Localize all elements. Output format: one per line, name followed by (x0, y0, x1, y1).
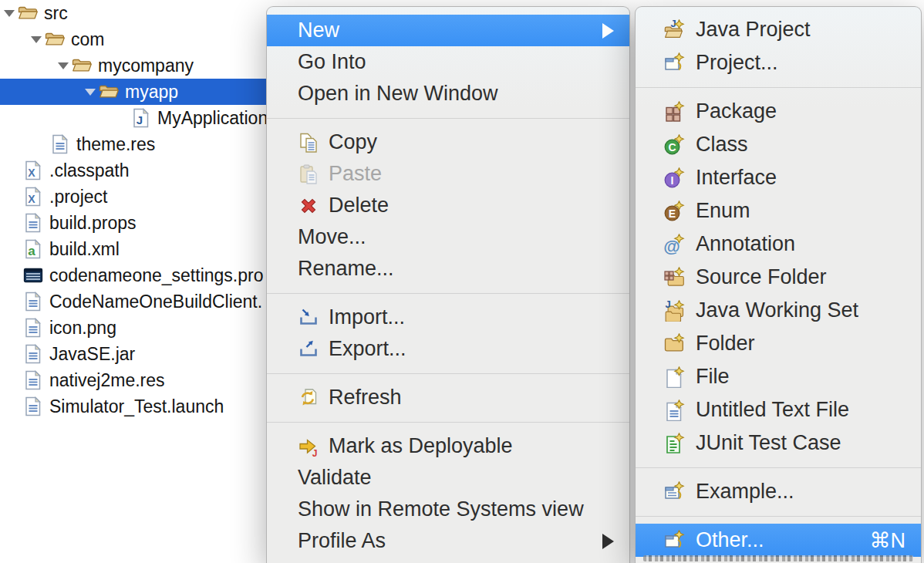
clipped-menu-content (643, 555, 913, 561)
svg-text:J: J (137, 113, 143, 126)
menu-separator (267, 285, 629, 302)
tree-item-label: .project (49, 187, 107, 207)
svg-text:a: a (28, 244, 35, 258)
new-java-working-set-icon: J (663, 300, 685, 322)
new-source-folder-icon (663, 267, 685, 288)
menu-item-label: Folder (696, 332, 755, 356)
menu-item-annotation[interactable]: @Annotation (636, 228, 921, 261)
tree-item-classpath[interactable]: X.classpath (0, 157, 266, 184)
paste-icon (298, 164, 319, 185)
tree-item-codenameone-settings-pro[interactable]: codenameone_settings.pro (0, 262, 266, 288)
mark-deployable-icon: J (298, 436, 319, 457)
tree-item-src[interactable]: src (0, 0, 266, 26)
new-junit-test-icon (663, 433, 685, 454)
menu-separator (267, 110, 629, 126)
java-file-icon: J (130, 107, 152, 129)
menu-item-label: Delete (329, 194, 389, 217)
export-icon (298, 339, 319, 360)
menu-item-delete[interactable]: Delete (267, 190, 629, 221)
menu-item-refresh[interactable]: Refresh (267, 382, 629, 413)
menu-item-junit-test-case[interactable]: JUnit Test Case (636, 426, 921, 460)
tree-item-build-props[interactable]: build.props (0, 210, 266, 236)
menu-item-project[interactable]: Project... (636, 46, 921, 79)
tree-item-label: Simulator_Test.launch (49, 396, 224, 417)
tree-item-nativej2me-res[interactable]: nativej2me.res (0, 367, 266, 393)
menu-item-export[interactable]: Export... (267, 333, 629, 365)
menu-item-class[interactable]: CClass (636, 128, 921, 161)
tree-item-com[interactable]: com (0, 26, 266, 52)
disclosure-triangle-icon[interactable] (29, 36, 44, 43)
menu-item-mark-as-deployable[interactable]: JMark as Deployable (267, 430, 629, 462)
menu-item-validate[interactable]: Validate (267, 462, 629, 494)
text-file-icon (22, 369, 44, 391)
tree-item-build-xml[interactable]: abuild.xml (0, 236, 266, 262)
menu-item-example[interactable]: Example... (636, 475, 921, 508)
new-class-icon: C (663, 134, 685, 156)
svg-text:I: I (671, 174, 674, 186)
tree-item-codenameonebuildclient[interactable]: CodeNameOneBuildClient. (0, 288, 266, 315)
svg-text:X: X (28, 193, 35, 205)
menu-item-label: Other... (696, 528, 764, 552)
menu-item-label: Untitled Text File (696, 398, 849, 422)
tree-item-label: JavaSE.jar (49, 344, 135, 365)
menu-item-package[interactable]: Package (636, 95, 921, 128)
folder-open-icon (44, 29, 66, 50)
menu-item-source-folder[interactable]: Source Folder (636, 261, 921, 294)
menu-item-debug-as[interactable]: Debug As (267, 557, 629, 563)
text-file-icon (22, 396, 44, 417)
ant-file-icon: a (22, 238, 44, 260)
tree-item-label: theme.res (76, 134, 155, 155)
menu-item-rename[interactable]: Rename... (267, 253, 629, 285)
menu-item-label: Refresh (329, 386, 402, 410)
menu-item-label: Source Folder (696, 265, 827, 289)
menu-item-java-working-set[interactable]: JJava Working Set (636, 294, 921, 327)
menu-item-interface[interactable]: IInterface (636, 161, 921, 194)
menu-item-go-into[interactable]: Go Into (267, 46, 629, 78)
menu-item-label: Project... (696, 51, 778, 75)
new-java-project-icon: J (663, 19, 685, 41)
copy-icon (298, 132, 319, 153)
text-file-icon (22, 343, 44, 365)
svg-text:J: J (665, 300, 670, 310)
new-package-icon (663, 101, 685, 123)
menu-item-file[interactable]: File (636, 360, 921, 393)
menu-item-enum[interactable]: EEnum (636, 194, 921, 228)
folder-open-icon (98, 81, 120, 103)
menu-separator (636, 79, 921, 95)
menu-item-other[interactable]: Other...⌘N (636, 524, 921, 557)
menu-separator (636, 508, 921, 524)
menu-item-paste: Paste (267, 158, 629, 190)
tree-item-javase-jar[interactable]: JavaSE.jar (0, 341, 266, 367)
tree-item-simulator-test-launch[interactable]: Simulator_Test.launch (0, 393, 266, 420)
tree-item-myapplication[interactable]: JMyApplication. (0, 105, 266, 131)
menu-item-label: Profile As (298, 529, 386, 553)
menu-item-profile-as[interactable]: Profile As (267, 525, 629, 557)
menu-item-untitled-text-file[interactable]: Untitled Text File (636, 393, 921, 426)
tree-item-label: codenameone_settings.pro (49, 265, 263, 286)
menu-item-label: Java Project (696, 18, 811, 42)
menu-item-show-in-remote-systems-view[interactable]: Show in Remote Systems view (267, 494, 629, 525)
menu-item-label: JUnit Test Case (696, 431, 841, 455)
tree-item-theme-res[interactable]: theme.res (0, 131, 266, 157)
menu-item-label: Rename... (298, 257, 394, 281)
xml-file-icon: X (22, 186, 44, 207)
disclosure-triangle-icon[interactable] (56, 62, 71, 69)
menu-item-label: Export... (329, 337, 406, 361)
menu-item-folder[interactable]: Folder (636, 327, 921, 360)
menu-item-label: Enum (696, 199, 750, 223)
disclosure-triangle-icon[interactable] (2, 10, 17, 17)
tree-item-icon-png[interactable]: icon.png (0, 315, 266, 341)
menu-item-new[interactable]: New (267, 15, 629, 46)
menu-item-label: File (696, 365, 730, 389)
menu-item-java-project[interactable]: JJava Project (636, 13, 921, 46)
new-interface-icon: I (663, 167, 685, 189)
menu-item-copy[interactable]: Copy (267, 126, 629, 158)
tree-item-mycompany[interactable]: mycompany (0, 52, 266, 79)
menu-item-move[interactable]: Move... (267, 221, 629, 253)
menu-item-open-in-new-window[interactable]: Open in New Window (267, 78, 629, 110)
tree-item-project[interactable]: X.project (0, 184, 266, 210)
tree-item-myapp[interactable]: myapp (0, 79, 266, 105)
disclosure-triangle-icon[interactable] (83, 89, 98, 96)
tree-item-label: com (71, 29, 104, 50)
menu-item-import[interactable]: Import... (267, 302, 629, 333)
